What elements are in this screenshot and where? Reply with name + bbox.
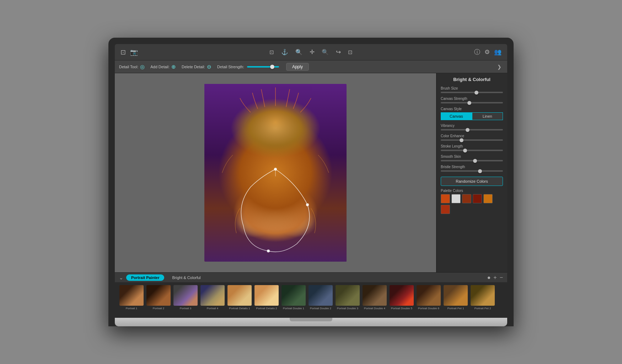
filmstrip-item-13[interactable]: Portrait Pet 2 — [470, 285, 495, 310]
palette-swatch-4[interactable] — [483, 194, 493, 203]
filmstrip-item-8[interactable]: Portrait Double 3 — [335, 285, 360, 310]
brush-size-control: Brush Size — [441, 86, 503, 93]
palette-swatch-2[interactable] — [462, 194, 471, 203]
filmstrip-label-4: Portrait Details 1 — [229, 307, 250, 310]
move-tool[interactable]: ✛ — [310, 48, 315, 56]
stroke-length-slider[interactable] — [441, 150, 503, 151]
filmstrip-thumb-12 — [444, 285, 468, 306]
anchor-tool[interactable]: ⚓ — [281, 49, 288, 55]
filmstrip-thumb-10 — [390, 285, 414, 306]
expand-icon[interactable]: ❯ — [497, 64, 502, 70]
color-enhance-control: Color Enhance — [441, 134, 503, 141]
detail-strength-thumb[interactable] — [270, 65, 274, 69]
filmstrip-label-0: Portrait 1 — [126, 307, 137, 310]
palette-swatch-0[interactable] — [441, 194, 450, 203]
tab-bright-colorful[interactable]: Bright & Colorful — [167, 274, 205, 281]
filmstrip-item-7[interactable]: Portrait Double 2 — [308, 285, 333, 310]
filmstrip-thumb-8 — [336, 285, 360, 306]
settings-icon[interactable]: ⚙ — [484, 48, 490, 56]
canvas-btn[interactable]: Canvas — [441, 112, 472, 120]
filmstrip-thumb-13 — [471, 285, 495, 306]
filmstrip-label-3: Portrait 4 — [207, 307, 218, 310]
svg-point-2 — [306, 203, 309, 206]
stroke-length-thumb[interactable] — [463, 149, 467, 152]
delete-detail-icon[interactable]: ⊖ — [207, 64, 211, 70]
filmstrip-globe-icon[interactable]: ● — [487, 274, 491, 281]
filmstrip-item-9[interactable]: Portrait Double 4 — [362, 285, 387, 310]
filmstrip-item-3[interactable]: Portrait 4 — [200, 285, 225, 310]
filmstrip-thumb-5 — [254, 285, 279, 306]
share-icon[interactable]: 👥 — [494, 48, 502, 56]
palette-swatch-1[interactable] — [451, 194, 461, 203]
filmstrip-item-6[interactable]: Portrait Double 1 — [281, 285, 306, 310]
photo-tool[interactable]: 📷 — [130, 48, 138, 56]
detail-strength-label: Detail Strength: — [217, 65, 244, 69]
filmstrip-thumb-7 — [309, 285, 333, 306]
smooth-skin-slider[interactable] — [441, 160, 503, 161]
info-icon[interactable]: ⓘ — [474, 48, 480, 56]
filmstrip-label-6: Portrait Double 1 — [283, 307, 304, 310]
bristle-strength-slider[interactable] — [441, 170, 503, 172]
filmstrip-item-2[interactable]: Portrait 3 — [173, 285, 198, 310]
rotate-tool[interactable]: ↪ — [336, 48, 341, 56]
filmstrip-label-2: Portrait 3 — [180, 307, 191, 310]
canvas-strength-slider[interactable] — [441, 102, 503, 103]
secondary-toolbar: Detail Tool: ◎ Add Detail: ⊕ Delete Deta… — [115, 60, 507, 73]
brush-size-slider[interactable] — [441, 92, 503, 93]
zoom-in-tool[interactable]: 🔍 — [295, 49, 302, 55]
brush-size-thumb[interactable] — [474, 91, 478, 95]
filmstrip-thumb-2 — [173, 285, 198, 306]
detail-path-overlay — [204, 84, 347, 262]
filmstrip-thumb-4 — [227, 285, 252, 306]
palette-label: Palette Colors — [441, 189, 503, 193]
svg-point-5 — [267, 250, 270, 252]
main-area: Bright & Colorful Brush Size Canvas Stre… — [115, 73, 507, 272]
filmstrip-thumb-0 — [119, 285, 144, 306]
linen-btn[interactable]: Linen — [472, 112, 503, 120]
tab-portrait-painter[interactable]: Portrait Painter — [126, 274, 164, 281]
filmstrip-item-5[interactable]: Portrait Details 2 — [254, 285, 279, 310]
canvas-strength-control: Canvas Strength — [441, 97, 503, 103]
color-enhance-slider[interactable] — [441, 139, 503, 141]
detail-strength-slider[interactable] — [247, 66, 279, 68]
zoom-out-tool[interactable]: 🔍 — [322, 49, 329, 55]
filmstrip-item-4[interactable]: Portrait Details 1 — [227, 285, 252, 310]
vibrancy-label: Vibrancy — [441, 124, 503, 128]
canvas-style-control: Canvas Style Canvas Linen — [441, 107, 503, 120]
palette-swatch-5[interactable] — [441, 205, 450, 214]
filmstrip-item-0[interactable]: Portrait 1 — [119, 285, 144, 310]
crop-tool[interactable]: ⊡ — [269, 49, 274, 55]
vibrancy-thumb[interactable] — [466, 128, 470, 132]
filmstrip-item-1[interactable]: Portrait 2 — [146, 285, 171, 310]
toolbar-center: ⊡ ⚓ 🔍 ✛ 🔍 ↪ ⊡ — [269, 48, 353, 56]
mirror-tool[interactable]: ⊡ — [348, 49, 353, 55]
vibrancy-slider[interactable] — [441, 129, 503, 130]
filmstrip-add-icon[interactable]: + — [493, 274, 497, 281]
apply-button[interactable]: Apply — [286, 63, 309, 71]
detail-tool-icon[interactable]: ◎ — [140, 64, 145, 70]
filmstrip-item-10[interactable]: Portrait Double 5 — [389, 285, 414, 310]
toolbar-left: ⊡ 📷 — [120, 48, 138, 56]
collapse-icon[interactable]: ⌄ — [119, 275, 123, 280]
filmstrip-item-12[interactable]: Portrait Pet 1 — [443, 285, 468, 310]
filmstrip-thumb-9 — [363, 285, 387, 306]
filmstrip-label-1: Portrait 2 — [153, 307, 164, 310]
filmstrip-item-11[interactable]: Portrait Double 6 — [416, 285, 441, 310]
randomize-colors-button[interactable]: Randomize Colors — [441, 177, 503, 186]
filmstrip-label-8: Portrait Double 3 — [337, 307, 358, 310]
vibrancy-control: Vibrancy — [441, 124, 503, 130]
bristle-strength-thumb[interactable] — [478, 169, 482, 173]
filmstrip-remove-icon[interactable]: − — [500, 274, 503, 281]
painting-canvas[interactable] — [204, 84, 347, 262]
palette-swatch-3[interactable] — [473, 194, 482, 203]
color-enhance-label: Color Enhance — [441, 134, 503, 138]
frame-tool[interactable]: ⊡ — [120, 48, 126, 56]
smooth-skin-thumb[interactable] — [473, 159, 477, 163]
detail-tool-label: Detail Tool: — [119, 65, 138, 69]
add-detail-icon[interactable]: ⊕ — [171, 64, 176, 70]
dog-painting — [204, 84, 347, 262]
delete-detail-item: Delete Detail: ⊖ — [182, 64, 211, 70]
color-enhance-thumb[interactable] — [460, 138, 463, 142]
canvas-strength-thumb[interactable] — [467, 101, 471, 105]
stroke-length-label: Stroke Length — [441, 144, 503, 148]
